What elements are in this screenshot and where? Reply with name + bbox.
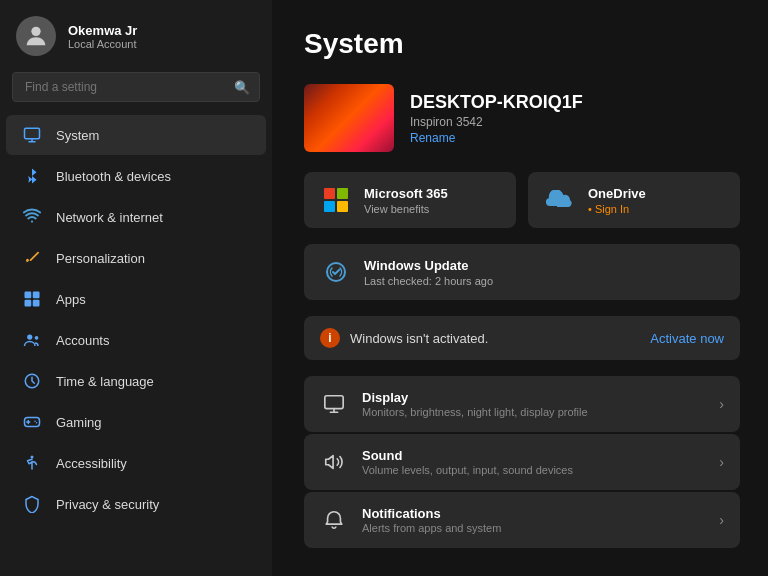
brush-icon — [22, 248, 42, 268]
svg-rect-1 — [25, 128, 40, 139]
sound-title: Sound — [362, 448, 705, 463]
settings-item-notifications[interactable]: Notifications Alerts from apps and syste… — [304, 492, 740, 548]
sidebar-item-personalization[interactable]: Personalization — [6, 238, 266, 278]
apps-icon — [22, 289, 42, 309]
display-chevron: › — [719, 396, 724, 412]
svg-point-7 — [27, 334, 32, 339]
ms365-info: Microsoft 365 View benefits — [364, 186, 448, 215]
sidebar-item-system[interactable]: System — [6, 115, 266, 155]
settings-item-sound[interactable]: Sound Volume levels, output, input, soun… — [304, 434, 740, 490]
update-info: Windows Update Last checked: 2 hours ago — [364, 258, 493, 287]
notifications-desc: Alerts from apps and system — [362, 522, 705, 534]
svg-point-2 — [31, 220, 33, 222]
settings-item-display[interactable]: Display Monitors, brightness, night ligh… — [304, 376, 740, 432]
notifications-title: Notifications — [362, 506, 705, 521]
activation-message: Windows isn't activated. — [350, 331, 488, 346]
search-icon: 🔍 — [234, 80, 250, 95]
sidebar-item-accounts[interactable]: Accounts — [6, 320, 266, 360]
sidebar-label-network: Network & internet — [56, 210, 163, 225]
update-title: Windows Update — [364, 258, 493, 273]
sound-desc: Volume levels, output, input, sound devi… — [362, 464, 705, 476]
svg-rect-3 — [25, 292, 32, 299]
sidebar-label-apps: Apps — [56, 292, 86, 307]
avatar — [16, 16, 56, 56]
accessibility-icon — [22, 453, 42, 473]
privacy-icon — [22, 494, 42, 514]
notifications-content: Notifications Alerts from apps and syste… — [362, 506, 705, 534]
bluetooth-icon — [22, 166, 42, 186]
rename-link[interactable]: Rename — [410, 131, 583, 145]
gaming-icon — [22, 412, 42, 432]
sidebar-label-personalization: Personalization — [56, 251, 145, 266]
ms365-subtitle: View benefits — [364, 203, 448, 215]
svg-point-12 — [36, 422, 38, 424]
sidebar-item-network[interactable]: Network & internet — [6, 197, 266, 237]
device-image — [304, 84, 394, 152]
quick-card-onedrive[interactable]: OneDrive Sign In — [528, 172, 740, 228]
notifications-icon — [320, 506, 348, 534]
windows-update-card[interactable]: Windows Update Last checked: 2 hours ago — [304, 244, 740, 300]
sidebar-label-bluetooth: Bluetooth & devices — [56, 169, 171, 184]
display-content: Display Monitors, brightness, night ligh… — [362, 390, 705, 418]
svg-rect-6 — [33, 300, 40, 307]
main-content: System DESKTOP-KROIQ1F Inspiron 3542 Ren… — [272, 0, 768, 576]
user-avatar-icon — [22, 22, 50, 50]
ms365-title: Microsoft 365 — [364, 186, 448, 201]
display-desc: Monitors, brightness, night light, displ… — [362, 406, 705, 418]
search-input[interactable] — [12, 72, 260, 102]
sidebar-item-accessibility[interactable]: Accessibility — [6, 443, 266, 483]
device-model: Inspiron 3542 — [410, 115, 583, 129]
activation-left: i Windows isn't activated. — [320, 328, 488, 348]
sidebar-item-bluetooth[interactable]: Bluetooth & devices — [6, 156, 266, 196]
accounts-icon — [22, 330, 42, 350]
device-name: DESKTOP-KROIQ1F — [410, 92, 583, 113]
network-icon — [22, 207, 42, 227]
system-icon — [22, 125, 42, 145]
sound-chevron: › — [719, 454, 724, 470]
ms365-icon — [320, 184, 352, 216]
sidebar-label-privacy: Privacy & security — [56, 497, 159, 512]
display-title: Display — [362, 390, 705, 405]
sidebar-label-system: System — [56, 128, 99, 143]
nav-items: System Bluetooth & devices Network & int… — [0, 110, 272, 576]
onedrive-info: OneDrive Sign In — [588, 186, 646, 215]
sound-icon — [320, 448, 348, 476]
user-section: Okemwa Jr Local Account — [0, 0, 272, 68]
onedrive-title: OneDrive — [588, 186, 646, 201]
windows-update-icon — [320, 256, 352, 288]
search-box[interactable]: 🔍 — [12, 72, 260, 102]
svg-point-13 — [31, 456, 34, 459]
device-details: DESKTOP-KROIQ1F Inspiron 3542 Rename — [410, 92, 583, 145]
onedrive-subtitle: Sign In — [588, 203, 646, 215]
sidebar-label-accessibility: Accessibility — [56, 456, 127, 471]
sidebar-item-time[interactable]: Time & language — [6, 361, 266, 401]
sidebar-item-privacy[interactable]: Privacy & security — [6, 484, 266, 524]
settings-list: Display Monitors, brightness, night ligh… — [304, 376, 740, 548]
onedrive-icon — [544, 184, 576, 216]
activation-bar: i Windows isn't activated. Activate now — [304, 316, 740, 360]
quick-links-row: Microsoft 365 View benefits OneDrive Sig… — [304, 172, 740, 228]
display-icon — [320, 390, 348, 418]
svg-point-8 — [35, 336, 39, 340]
activate-now-link[interactable]: Activate now — [650, 331, 724, 346]
sidebar: Okemwa Jr Local Account 🔍 System Blueto — [0, 0, 272, 576]
sidebar-label-gaming: Gaming — [56, 415, 102, 430]
device-card: DESKTOP-KROIQ1F Inspiron 3542 Rename — [304, 84, 740, 152]
sidebar-label-accounts: Accounts — [56, 333, 109, 348]
notifications-chevron: › — [719, 512, 724, 528]
sidebar-item-apps[interactable]: Apps — [6, 279, 266, 319]
warning-icon: i — [320, 328, 340, 348]
svg-rect-15 — [325, 396, 343, 409]
page-title: System — [304, 28, 740, 60]
svg-rect-4 — [33, 292, 40, 299]
user-info: Okemwa Jr Local Account — [68, 23, 137, 50]
user-name: Okemwa Jr — [68, 23, 137, 38]
sound-content: Sound Volume levels, output, input, soun… — [362, 448, 705, 476]
quick-card-ms365[interactable]: Microsoft 365 View benefits — [304, 172, 516, 228]
svg-rect-5 — [25, 300, 32, 307]
sidebar-label-time: Time & language — [56, 374, 154, 389]
sidebar-item-gaming[interactable]: Gaming — [6, 402, 266, 442]
update-subtitle: Last checked: 2 hours ago — [364, 275, 493, 287]
user-account-type: Local Account — [68, 38, 137, 50]
time-icon — [22, 371, 42, 391]
